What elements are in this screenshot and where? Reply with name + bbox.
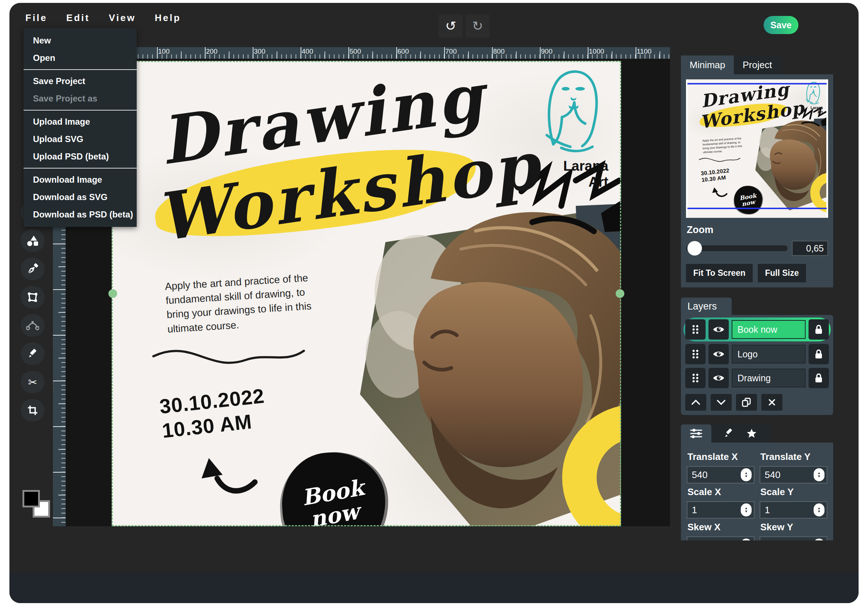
visibility-eye-icon[interactable] — [708, 344, 729, 364]
number-stepper[interactable]: ▲▼ — [741, 504, 752, 516]
drag-handle-icon[interactable] — [685, 368, 705, 388]
zoom-slider-handle[interactable] — [687, 241, 702, 255]
menu-item-new[interactable]: New — [23, 32, 137, 49]
crop-tool-button[interactable] — [21, 399, 45, 422]
menu-item-save-project-as[interactable]: Save Project as — [23, 90, 137, 107]
menu-item-open[interactable]: Open — [23, 49, 137, 67]
pencil-icon — [27, 348, 38, 359]
scale-y-field[interactable]: ▲▼ — [760, 501, 828, 519]
poster-description[interactable]: Apply the art and practice of the fundam… — [164, 270, 320, 336]
horizontal-ruler: 100 200 300 400 500 600 700 800 900 1000… — [69, 47, 670, 59]
minimap-thumbnail[interactable]: Drawing Workshop — [686, 79, 828, 218]
menu-view[interactable]: View — [109, 12, 136, 23]
delete-layer-button[interactable] — [761, 394, 783, 411]
poster[interactable]: Drawing Workshop — [112, 61, 621, 526]
chevron-up-icon — [691, 399, 701, 405]
ruler-label: 300 — [254, 48, 265, 56]
zoom-value-input[interactable] — [792, 241, 828, 256]
ruler-label: 900 — [53, 473, 54, 485]
canvas-viewport[interactable]: Drawing Workshop — [112, 61, 621, 526]
bezier-tool-button[interactable] — [21, 314, 45, 337]
tab-transform[interactable] — [681, 424, 711, 442]
menu-divider — [23, 69, 137, 70]
move-layer-up-button[interactable] — [685, 394, 706, 411]
bezier-curve-icon — [26, 320, 39, 331]
selection-handle-left[interactable] — [108, 289, 117, 298]
redo-button[interactable]: ↻ — [465, 14, 490, 38]
minimap-viewport-bottom-line — [687, 208, 827, 209]
number-stepper[interactable]: ▲▼ — [741, 468, 752, 481]
menu-item-download-svg[interactable]: Download as SVG — [23, 189, 137, 206]
pen-tool-button[interactable] — [21, 258, 45, 280]
tab-project[interactable]: Project — [734, 56, 781, 74]
drag-handle-icon[interactable] — [685, 319, 705, 340]
pen-icon — [27, 263, 39, 275]
tab-minimap[interactable]: Minimap — [681, 56, 734, 74]
arrow-doodle — [217, 478, 255, 491]
visibility-eye-icon[interactable] — [708, 368, 729, 388]
duplicate-layer-button[interactable] — [736, 394, 757, 411]
number-stepper[interactable]: ▲▼ — [814, 504, 825, 516]
redo-icon: ↻ — [472, 19, 483, 34]
scissors-tool-button[interactable]: ✂ — [21, 371, 45, 393]
star-icon[interactable] — [746, 428, 757, 439]
ruler-label: 600 — [397, 48, 409, 56]
selection-handle-right[interactable] — [615, 289, 625, 298]
ruler-label: 600 — [53, 336, 54, 348]
scale-x-label: Scale X — [687, 486, 754, 498]
zoom-slider[interactable] — [686, 245, 787, 251]
menu-item-download-image[interactable]: Download Image — [23, 171, 137, 189]
frame-tool-button[interactable] — [21, 286, 45, 308]
skew-y-field[interactable]: ▲▼ — [760, 536, 828, 540]
chevron-down-icon — [716, 399, 726, 405]
lock-icon[interactable] — [809, 368, 829, 388]
layer-name-input[interactable] — [732, 345, 806, 363]
lock-icon[interactable] — [809, 319, 829, 340]
layer-row-drawing[interactable] — [685, 368, 829, 388]
scissors-icon: ✂ — [28, 376, 37, 388]
right-panel: Minimap Project — [681, 56, 833, 540]
shapes-tool-button[interactable] — [21, 229, 45, 252]
menu-item-upload-psd[interactable]: Upload PSD (beta) — [23, 148, 137, 165]
menu-item-download-psd[interactable]: Download as PSD (beta) — [23, 206, 137, 223]
layer-row-logo[interactable] — [685, 344, 829, 364]
ruler-label: 400 — [302, 48, 313, 56]
pencil-edit-icon[interactable] — [724, 428, 734, 439]
color-swatches — [22, 490, 53, 521]
drag-handle-icon[interactable] — [685, 344, 705, 364]
layer-row-book-now[interactable] — [684, 317, 831, 342]
visibility-eye-icon[interactable] — [708, 319, 729, 340]
bottom-bar — [9, 573, 859, 603]
number-stepper[interactable]: ▲▼ — [814, 468, 825, 481]
ruler-label: 100 — [158, 48, 170, 56]
ruler-label: 1000 — [53, 519, 54, 526]
undo-button[interactable]: ↺ — [439, 14, 463, 38]
lock-icon[interactable] — [809, 344, 829, 364]
translate-x-field[interactable]: ▲▼ — [687, 466, 755, 484]
translate-x-label: Translate X — [687, 451, 754, 462]
save-button[interactable]: Save — [764, 16, 798, 34]
menu-item-save-project[interactable]: Save Project — [23, 73, 137, 90]
full-size-button[interactable]: Full Size — [758, 264, 806, 282]
skew-x-field[interactable]: ▲▼ — [687, 536, 755, 540]
pencil-tool-button[interactable] — [21, 343, 45, 365]
translate-y-field[interactable]: ▲▼ — [760, 466, 828, 484]
menu-help[interactable]: Help — [155, 12, 181, 23]
menu-file[interactable]: File — [25, 12, 48, 23]
scale-y-label: Scale Y — [760, 486, 827, 498]
crop-icon — [27, 405, 38, 416]
ruler-label: 1000 — [589, 48, 604, 56]
fit-to-screen-button[interactable]: Fit To Screen — [686, 264, 753, 282]
minimap-panel: Drawing Workshop — [681, 74, 833, 288]
menu-item-upload-image[interactable]: Upload Image — [23, 113, 137, 130]
scale-x-field[interactable]: ▲▼ — [687, 501, 755, 519]
menu-edit[interactable]: Edit — [67, 12, 90, 23]
move-layer-down-button[interactable] — [711, 394, 732, 411]
layer-name-input[interactable] — [732, 369, 806, 388]
foreground-color-swatch[interactable] — [22, 490, 40, 507]
minimap-project-tabs: Minimap Project — [681, 56, 833, 74]
ruler-label: 700 — [53, 382, 54, 394]
poster-logo[interactable]: Larana Art — [539, 66, 608, 190]
menu-item-upload-svg[interactable]: Upload SVG — [23, 130, 137, 148]
layer-name-input[interactable] — [732, 320, 806, 339]
